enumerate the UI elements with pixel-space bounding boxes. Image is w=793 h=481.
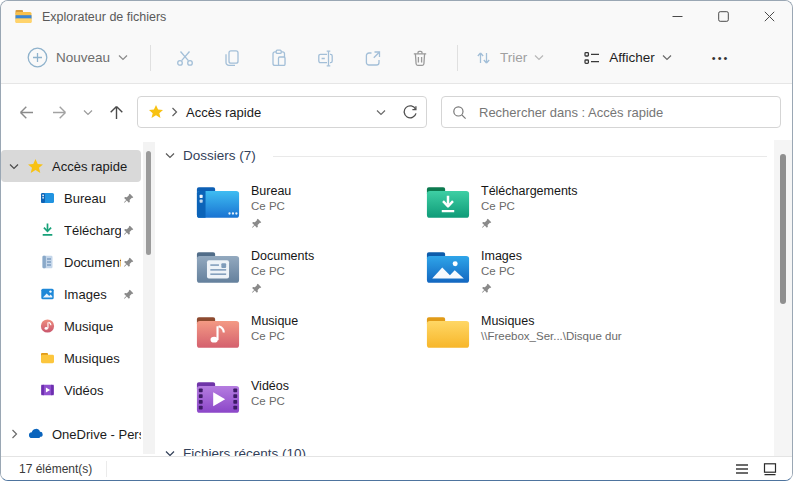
paste-icon xyxy=(269,48,289,68)
paste-button[interactable] xyxy=(255,40,302,76)
sidebar-item-musiques[interactable]: Musiques xyxy=(1,342,141,374)
search-input[interactable] xyxy=(477,104,770,121)
items-view: Dossiers (7) Bureau xyxy=(161,140,773,456)
titlebar[interactable]: Explorateur de fichiers xyxy=(1,1,792,32)
new-button[interactable]: Nouveau xyxy=(19,41,136,74)
folder-name: Musiques xyxy=(481,313,622,329)
sidebar-item-quick-access[interactable]: Accès rapide xyxy=(1,150,141,182)
folder-tile-bureau[interactable]: Bureau Ce PC xyxy=(195,182,425,247)
address-bar[interactable]: Accès rapide xyxy=(137,96,427,128)
folder-name: Images xyxy=(481,248,522,264)
items-count: 17 élément(s) xyxy=(19,462,92,476)
copy-button[interactable] xyxy=(208,40,255,76)
new-button-label: Nouveau xyxy=(56,50,110,65)
folder-tile-images[interactable]: Images Ce PC xyxy=(425,247,655,312)
share-button[interactable] xyxy=(349,40,396,76)
navigation-row: Accès rapide xyxy=(1,84,792,140)
folders-section-header[interactable]: Dossiers (7) xyxy=(165,148,256,163)
folder-tile-videos[interactable]: Vidéos Ce PC xyxy=(195,377,425,442)
up-button[interactable] xyxy=(107,103,126,122)
download-icon xyxy=(39,222,56,238)
chevron-down-icon xyxy=(662,54,672,61)
details-view-button[interactable] xyxy=(734,461,750,477)
sidebar-item-onedrive[interactable]: OneDrive - Perso xyxy=(1,418,141,450)
video-icon xyxy=(39,382,56,398)
maximize-icon xyxy=(718,11,729,22)
recent-locations-chevron[interactable] xyxy=(83,109,93,116)
folder-name: Musique xyxy=(251,313,298,329)
file-explorer-window: Explorateur de fichiers Nouveau xyxy=(0,0,793,481)
sidebar-item-label: OneDrive - Perso xyxy=(52,427,141,442)
pin-icon xyxy=(123,289,134,300)
delete-button[interactable] xyxy=(396,40,443,76)
pin-icon xyxy=(123,225,134,236)
sidebar-item-videos[interactable]: Vidéos xyxy=(1,374,141,406)
folder-location: Ce PC xyxy=(481,264,522,279)
videos-folder-icon xyxy=(195,377,241,417)
sidebar-item-documents[interactable]: Documents xyxy=(1,246,141,278)
main-scrollbar[interactable] xyxy=(774,140,792,456)
view-button[interactable]: Afficher xyxy=(576,42,678,74)
breadcrumb-root[interactable]: Accès rapide xyxy=(186,105,261,120)
folder-location: Ce PC xyxy=(251,264,314,279)
folder-tile-telechargements[interactable]: Téléchargements Ce PC xyxy=(425,182,655,247)
window-title: Explorateur de fichiers xyxy=(42,10,166,24)
pin-icon xyxy=(123,257,134,268)
folder-icon xyxy=(39,350,56,366)
folder-tile-documents[interactable]: Documents Ce PC xyxy=(195,247,425,312)
search-icon xyxy=(452,105,467,120)
yellow-folder-icon xyxy=(425,312,471,352)
minimize-button[interactable] xyxy=(654,1,700,32)
recent-files-section-header[interactable]: Fichiers récents (10) xyxy=(165,446,306,456)
pin-icon xyxy=(251,283,262,294)
sidebar-item-bureau[interactable]: Bureau xyxy=(1,182,141,214)
chevron-right-icon[interactable] xyxy=(11,429,18,439)
chevron-down-icon[interactable] xyxy=(9,163,19,170)
back-button[interactable] xyxy=(17,103,36,122)
picture-icon xyxy=(39,286,56,302)
sidebar-item-musique[interactable]: Musique xyxy=(1,310,141,342)
cut-button[interactable] xyxy=(161,40,208,76)
desktop-icon xyxy=(39,190,56,206)
forward-button[interactable] xyxy=(50,103,69,122)
cut-icon xyxy=(175,48,195,68)
sidebar-scrollbar-thumb[interactable] xyxy=(146,151,151,255)
chevron-down-icon xyxy=(534,54,544,61)
folder-name: Bureau xyxy=(251,183,291,199)
pictures-folder-icon xyxy=(425,247,471,287)
copy-icon xyxy=(222,48,242,68)
chevron-down-icon xyxy=(165,152,175,159)
rename-button[interactable] xyxy=(302,40,349,76)
folder-tile-musiques[interactable]: Musiques \\Freebox_Ser...\Disque dur xyxy=(425,312,655,377)
recent-section-title: Fichiers récents (10) xyxy=(183,446,306,456)
sidebar-item-label: Téléchargements xyxy=(64,223,121,238)
refresh-icon[interactable] xyxy=(402,104,418,120)
close-icon xyxy=(764,11,775,22)
share-icon xyxy=(363,48,383,68)
sort-button-label: Trier xyxy=(500,50,527,65)
rename-icon xyxy=(316,48,336,68)
section-divider xyxy=(273,156,767,157)
view-list-icon xyxy=(582,48,602,68)
more-options-button[interactable]: ••• xyxy=(704,46,738,70)
folder-location: \\Freebox_Ser...\Disque dur xyxy=(481,329,622,344)
statusbar: 17 élément(s) xyxy=(1,456,792,480)
sidebar-item-label: Bureau xyxy=(64,191,121,206)
sidebar-item-images[interactable]: Images xyxy=(1,278,141,310)
sidebar-item-telechargements[interactable]: Téléchargements xyxy=(1,214,141,246)
command-toolbar: Nouveau xyxy=(1,32,792,84)
close-button[interactable] xyxy=(746,1,792,32)
folder-tile-musique[interactable]: Musique Ce PC xyxy=(195,312,425,377)
pin-icon xyxy=(251,218,262,229)
sort-button[interactable]: Trier xyxy=(468,42,550,74)
folder-location: Ce PC xyxy=(251,199,291,214)
search-box[interactable] xyxy=(441,96,781,128)
sidebar-item-label: Accès rapide xyxy=(52,159,141,174)
folder-location: Ce PC xyxy=(481,199,578,214)
main-scrollbar-thumb[interactable] xyxy=(780,154,786,304)
address-dropdown-chevron[interactable] xyxy=(376,109,386,116)
sidebar-scrollbar[interactable] xyxy=(143,142,155,454)
maximize-button[interactable] xyxy=(700,1,746,32)
large-icons-view-button[interactable] xyxy=(762,461,778,477)
music-folder-icon xyxy=(195,312,241,352)
